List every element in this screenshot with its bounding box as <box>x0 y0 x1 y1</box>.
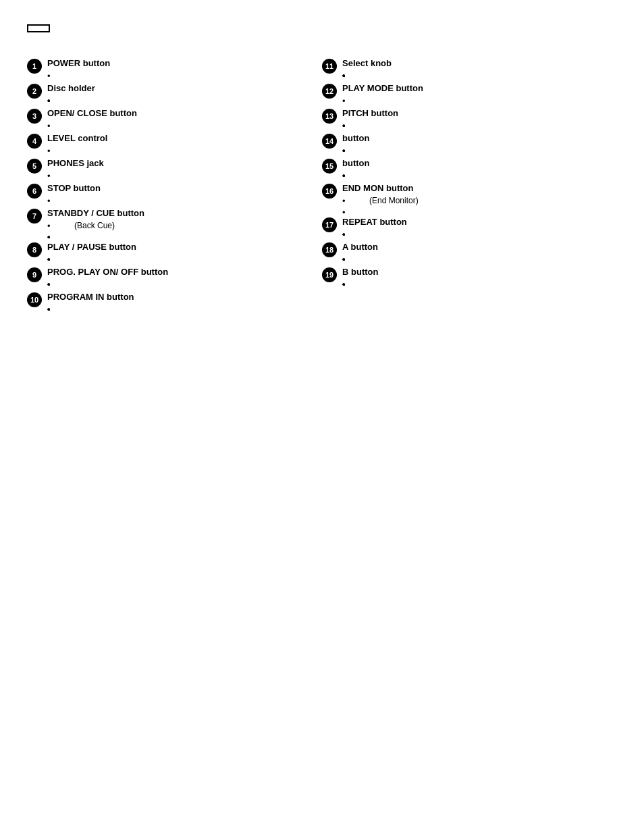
item-content: REPEAT button <box>342 217 603 230</box>
list-item: 6STOP button <box>27 183 308 199</box>
item-badge: 3 <box>27 109 42 124</box>
list-item: 10PROGRAM IN button <box>27 292 308 307</box>
list-item: 17REPEAT button <box>322 217 603 232</box>
item-content: PLAY MODE button <box>342 83 603 96</box>
item-content: A button <box>342 242 603 255</box>
item-badge: 5 <box>27 159 42 174</box>
item-bullets: (End Monitor) <box>342 196 603 205</box>
item-badge: 6 <box>27 184 42 199</box>
item-title: button <box>342 158 603 168</box>
item-title: button <box>342 133 603 143</box>
bullet-item: (Back Cue) <box>47 221 308 230</box>
item-content: PLAY / PAUSE button <box>47 242 308 255</box>
item-badge: 17 <box>322 217 337 232</box>
list-item: 13PITCH button <box>322 108 603 124</box>
list-item: 3OPEN/ CLOSE button <box>27 108 308 124</box>
item-badge: 10 <box>27 292 42 307</box>
content-columns: 1POWER button2Disc holder3OPEN/ CLOSE bu… <box>27 58 617 317</box>
item-title: STOP button <box>47 183 308 193</box>
item-badge: 4 <box>27 134 42 149</box>
item-content: Disc holder <box>47 83 308 96</box>
item-content: PROGRAM IN button <box>47 292 308 305</box>
item-content: OPEN/ CLOSE button <box>47 108 308 121</box>
list-item: 15button <box>322 158 603 174</box>
item-title: LEVEL control <box>47 133 308 143</box>
item-bullets: (Back Cue) <box>47 221 308 230</box>
list-item: 14button <box>322 133 603 149</box>
item-content: PROG. PLAY ON/ OFF button <box>47 267 308 280</box>
item-badge: 8 <box>27 242 42 257</box>
list-item: 4LEVEL control <box>27 133 308 149</box>
item-content: POWER button <box>47 58 308 71</box>
list-item: 12PLAY MODE button <box>322 83 603 99</box>
list-item: 7STANBDY / CUE button(Back Cue) <box>27 208 308 232</box>
item-title: PROGRAM IN button <box>47 292 308 302</box>
right-column: 11Select knob12PLAY MODE button13PITCH b… <box>322 58 617 317</box>
item-badge: 7 <box>27 209 42 224</box>
list-item: 11Select knob <box>322 58 603 74</box>
item-content: STANBDY / CUE button(Back Cue) <box>47 208 308 232</box>
item-content: PITCH button <box>342 108 603 121</box>
item-badge: 9 <box>27 267 42 282</box>
item-title: B button <box>342 267 603 277</box>
list-item: 1POWER button <box>27 58 308 74</box>
item-content: button <box>342 133 603 146</box>
item-title: STANBDY / CUE button <box>47 208 308 218</box>
left-column: 1POWER button2Disc holder3OPEN/ CLOSE bu… <box>27 58 322 317</box>
item-title: A button <box>342 242 603 252</box>
item-content: PHONES jack <box>47 158 308 171</box>
bullet-item: (End Monitor) <box>342 196 603 205</box>
item-badge: 14 <box>322 134 337 149</box>
list-item: 18A button <box>322 242 603 257</box>
list-item: 19B button <box>322 267 603 282</box>
item-badge: 12 <box>322 84 337 99</box>
item-content: END MON button(End Monitor) <box>342 183 603 207</box>
item-badge: 15 <box>322 159 337 174</box>
item-badge: 18 <box>322 242 337 257</box>
list-item: 9PROG. PLAY ON/ OFF button <box>27 267 308 282</box>
list-item: 2Disc holder <box>27 83 308 99</box>
item-content: B button <box>342 267 603 280</box>
item-content: button <box>342 158 603 171</box>
item-badge: 11 <box>322 59 337 74</box>
item-title: PROG. PLAY ON/ OFF button <box>47 267 308 277</box>
item-badge: 16 <box>322 184 337 199</box>
item-title: Select knob <box>342 58 603 68</box>
item-badge: 1 <box>27 59 42 74</box>
list-item: 5PHONES jack <box>27 158 308 174</box>
item-title: PLAY MODE button <box>342 83 603 93</box>
item-title: PHONES jack <box>47 158 308 168</box>
item-title: PITCH button <box>342 108 603 118</box>
item-content: STOP button <box>47 183 308 196</box>
page-header <box>27 24 50 32</box>
item-title: OPEN/ CLOSE button <box>47 108 308 118</box>
item-badge: 13 <box>322 109 337 124</box>
item-title: PLAY / PAUSE button <box>47 242 308 252</box>
item-content: Select knob <box>342 58 603 71</box>
item-title: POWER button <box>47 58 308 68</box>
list-item: 16END MON button(End Monitor) <box>322 183 603 207</box>
item-title: REPEAT button <box>342 217 603 227</box>
item-title: Disc holder <box>47 83 308 93</box>
list-item: 8PLAY / PAUSE button <box>27 242 308 257</box>
item-content: LEVEL control <box>47 133 308 146</box>
item-badge: 19 <box>322 267 337 282</box>
item-title: END MON button <box>342 183 603 193</box>
item-badge: 2 <box>27 84 42 99</box>
